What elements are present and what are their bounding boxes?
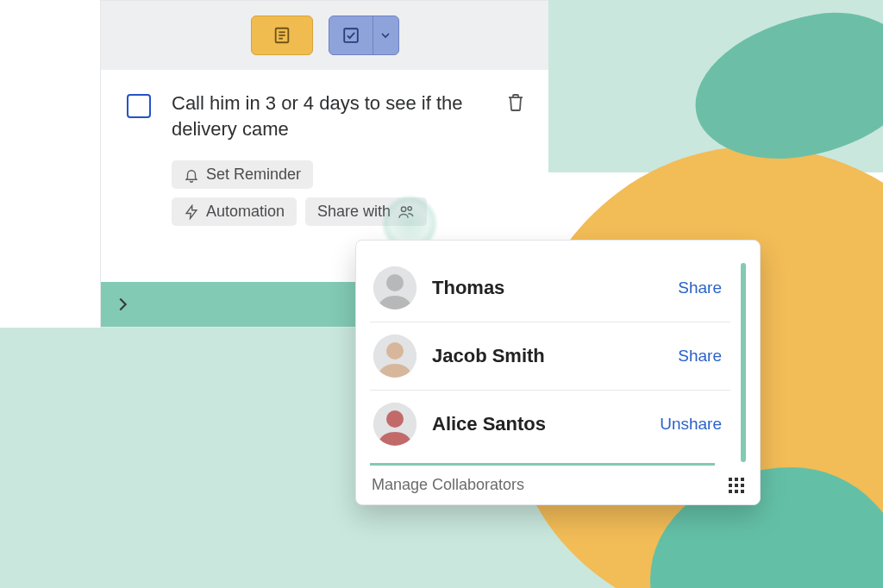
task-action-chips: Set Reminder Automation Share with	[172, 160, 528, 226]
new-task-dropdown[interactable]	[373, 16, 398, 54]
people-icon	[398, 203, 415, 221]
set-reminder-label: Set Reminder	[206, 166, 301, 184]
svg-point-16	[386, 410, 404, 428]
task-body: Call him in 3 or 4 days to see if the de…	[101, 70, 548, 226]
collaborator-name: Alice Santos	[432, 413, 546, 435]
manage-collaborators-link[interactable]: Manage Collaborators	[372, 476, 524, 494]
new-task-button[interactable]	[329, 16, 373, 54]
unshare-button[interactable]: Unshare	[654, 411, 727, 437]
svg-point-6	[402, 207, 406, 211]
list-accent-underline	[370, 463, 715, 466]
delete-task-button[interactable]	[505, 92, 528, 115]
new-note-button[interactable]	[251, 16, 313, 55]
new-task-split-button[interactable]	[329, 16, 399, 55]
automation-chip[interactable]: Automation	[172, 197, 297, 226]
share-with-chip[interactable]: Share with	[305, 197, 427, 226]
svg-point-10	[386, 274, 404, 291]
checkbox-icon	[341, 26, 360, 45]
share-button[interactable]: Share	[673, 275, 727, 301]
chevron-right-icon	[113, 295, 132, 314]
svg-marker-5	[186, 205, 197, 218]
collaborator-list: Thomas Share Jacob Smith Share Alice San…	[370, 254, 730, 458]
task-text[interactable]: Call him in 3 or 4 days to see if the de…	[172, 91, 490, 141]
chevron-down-icon	[379, 28, 392, 42]
collaborator-name: Thomas	[432, 277, 504, 299]
svg-point-13	[386, 342, 404, 360]
share-popover: Thomas Share Jacob Smith Share Alice San…	[355, 240, 761, 505]
task-card-header	[101, 1, 548, 70]
share-with-label: Share with	[317, 203, 391, 221]
automation-label: Automation	[206, 203, 285, 221]
lightning-icon	[184, 204, 199, 220]
apps-grid-icon[interactable]	[729, 478, 744, 493]
trash-icon	[505, 92, 526, 113]
note-icon	[272, 26, 291, 45]
collaborator-row: Jacob Smith Share	[370, 322, 730, 391]
collaborator-name: Jacob Smith	[432, 345, 545, 367]
svg-rect-4	[344, 28, 358, 42]
task-checkbox[interactable]	[127, 94, 151, 118]
set-reminder-chip[interactable]: Set Reminder	[172, 160, 313, 189]
svg-point-7	[408, 207, 411, 210]
avatar	[373, 403, 416, 446]
share-button[interactable]: Share	[673, 343, 727, 369]
avatar	[373, 266, 416, 310]
bell-icon	[184, 167, 199, 183]
avatar	[373, 335, 416, 378]
collaborator-row: Alice Santos Unshare	[370, 391, 730, 458]
scroll-indicator[interactable]	[741, 263, 746, 462]
collaborator-row: Thomas Share	[370, 254, 730, 322]
